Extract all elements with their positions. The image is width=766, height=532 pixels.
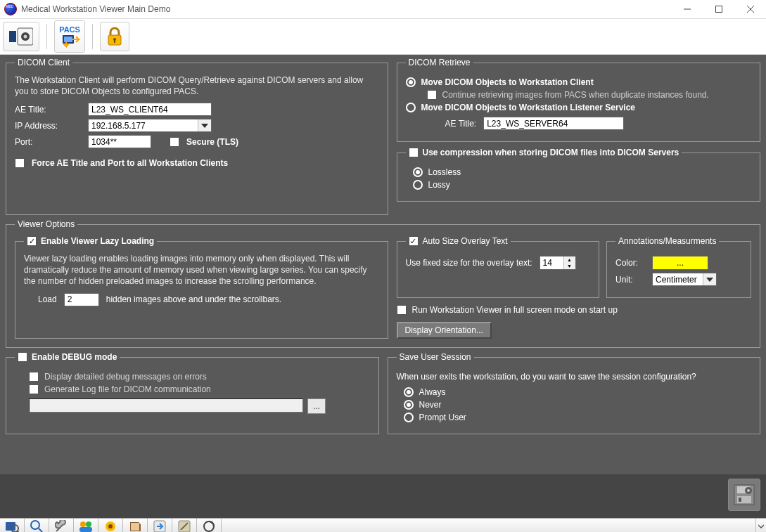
annot-unit-select[interactable]: Centimeter xyxy=(652,273,717,286)
debug-legend-text: Enable DEBUG mode xyxy=(32,352,117,362)
svg-point-28 xyxy=(108,524,113,528)
save-settings-button[interactable] xyxy=(728,479,760,511)
debug-browse-button[interactable]: ... xyxy=(307,398,326,414)
session-never-label: Never xyxy=(419,400,442,410)
overlay-size-value: 14 xyxy=(540,257,563,269)
debug-log-path[interactable] xyxy=(29,398,303,413)
annot-color-swatch[interactable]: ... xyxy=(652,256,708,270)
move-listener-label: Move DICOM Objects to Workstation Listen… xyxy=(421,103,636,112)
fullscreen-label: Run Workstation Viewer in full screen mo… xyxy=(412,305,618,315)
move-client-label: Move DICOM Objects to Workstation Client xyxy=(421,77,594,87)
retrieve-ae-title-input[interactable] xyxy=(483,117,624,130)
ae-title-label: AE Title: xyxy=(15,105,81,115)
overlay-size-group: Auto Size Overlay Text Use fixed size fo… xyxy=(397,236,600,298)
session-prompt-radio[interactable] xyxy=(404,413,414,422)
load-suffix: hidden images above and under the scroll… xyxy=(106,294,282,304)
svg-rect-1 xyxy=(715,6,722,13)
session-always-radio[interactable] xyxy=(404,387,414,397)
annot-unit-value: Centimeter xyxy=(656,275,697,285)
secure-tls-checkbox[interactable] xyxy=(170,137,179,147)
bb-search-image[interactable] xyxy=(0,519,25,532)
bb-tools[interactable] xyxy=(49,519,74,532)
bb-users[interactable] xyxy=(74,519,98,532)
force-ae-checkbox[interactable] xyxy=(15,158,25,168)
users-icon xyxy=(79,520,93,532)
overlay-legend-text: Auto Size Overlay Text xyxy=(423,236,508,246)
bb-book[interactable] xyxy=(123,519,148,532)
bb-overflow[interactable] xyxy=(755,519,766,532)
ip-combo[interactable]: 192.168.5.177 xyxy=(88,119,212,132)
compression-group: Use compression when storing DICOM files… xyxy=(397,148,761,202)
debug-enable-checkbox[interactable] xyxy=(18,352,27,362)
debug-log-label: Generate Log file for DICOM communicatio… xyxy=(44,384,211,394)
pacs-icon xyxy=(59,34,80,48)
load-count-input[interactable] xyxy=(64,293,99,306)
gear-icon xyxy=(104,520,117,532)
bottom-toolbar xyxy=(0,518,766,532)
debug-legend: Enable DEBUG mode xyxy=(15,352,120,362)
lock-button[interactable] xyxy=(100,22,129,51)
move-listener-radio[interactable] xyxy=(406,103,416,112)
svg-rect-4 xyxy=(9,31,16,42)
port-input[interactable] xyxy=(88,135,151,148)
settings-button[interactable] xyxy=(3,22,39,51)
bb-forward[interactable] xyxy=(148,519,172,532)
annot-color-label: Color: xyxy=(615,258,645,268)
overlay-size-spinner[interactable]: 14 ▲ ▼ xyxy=(540,256,576,270)
display-orientation-button[interactable]: Display Orientation... xyxy=(397,322,492,339)
compression-enable-checkbox[interactable] xyxy=(409,148,419,157)
pacs-button[interactable]: PACS xyxy=(54,20,85,53)
debug-detail-label: Display detailed debug messages on error… xyxy=(44,372,207,382)
lazy-desc: Viewer lazy loading enables loading imag… xyxy=(24,253,379,287)
viewer-options-group: Viewer Options Enable Viewer Lazy Loadin… xyxy=(6,219,760,348)
continue-retrieve-checkbox[interactable] xyxy=(427,90,437,100)
lazy-enable-checkbox[interactable] xyxy=(27,236,37,246)
wand-icon xyxy=(178,520,191,532)
book-icon xyxy=(129,520,141,532)
lazy-loading-group: Enable Viewer Lazy Loading Viewer lazy l… xyxy=(15,236,388,339)
retrieve-ae-title-label: AE Title: xyxy=(445,119,477,129)
chevron-down-icon xyxy=(198,119,211,131)
save-session-legend: Save User Session xyxy=(397,352,474,362)
lazy-legend: Enable Viewer Lazy Loading xyxy=(24,236,157,246)
session-never-radio[interactable] xyxy=(404,400,414,410)
lossless-label: Lossless xyxy=(428,167,461,177)
dicom-retrieve-legend: DICOM Retrieve xyxy=(406,58,473,67)
bb-wand[interactable] xyxy=(172,519,197,532)
app-icon xyxy=(4,3,17,15)
save-settings-icon xyxy=(733,484,755,506)
overlay-fixed-label: Use fixed size for the overlay text: xyxy=(406,258,532,268)
refresh-icon xyxy=(203,520,215,532)
debug-log-checkbox[interactable] xyxy=(29,384,39,394)
title-bar: Medical Workstation Viewer Main Demo xyxy=(0,0,766,19)
dicom-client-group: DICOM Client The Workstation Client will… xyxy=(6,58,388,215)
ae-title-input[interactable] xyxy=(88,103,212,116)
lossless-radio[interactable] xyxy=(413,167,423,177)
minimize-button[interactable] xyxy=(671,0,703,18)
svg-point-22 xyxy=(31,521,39,529)
lock-icon xyxy=(106,27,123,46)
svg-point-25 xyxy=(86,521,91,527)
save-session-desc: When user exits the workstation, do you … xyxy=(397,372,752,382)
bb-refresh[interactable] xyxy=(197,519,222,532)
load-label: Load xyxy=(38,294,57,304)
annotations-legend: Annotations/Measurments xyxy=(615,236,719,246)
lossy-radio[interactable] xyxy=(413,180,423,190)
overlay-autosize-checkbox[interactable] xyxy=(409,236,419,246)
debug-group: Enable DEBUG mode Display detailed debug… xyxy=(6,352,379,434)
top-toolbar: PACS xyxy=(0,19,766,55)
bb-zoom[interactable] xyxy=(25,519,49,532)
search-image-icon xyxy=(5,520,19,532)
debug-detail-checkbox[interactable] xyxy=(29,372,39,382)
svg-rect-19 xyxy=(6,522,15,531)
move-client-radio[interactable] xyxy=(406,77,416,87)
close-button[interactable] xyxy=(734,0,766,18)
svg-point-16 xyxy=(747,489,750,492)
bb-gear[interactable] xyxy=(98,519,123,532)
maximize-button[interactable] xyxy=(703,0,734,18)
spinner-down[interactable]: ▼ xyxy=(564,263,575,269)
overflow-icon xyxy=(758,524,764,529)
overlay-legend: Auto Size Overlay Text xyxy=(406,236,511,246)
fullscreen-checkbox[interactable] xyxy=(397,305,407,315)
spinner-up[interactable]: ▲ xyxy=(564,257,575,263)
